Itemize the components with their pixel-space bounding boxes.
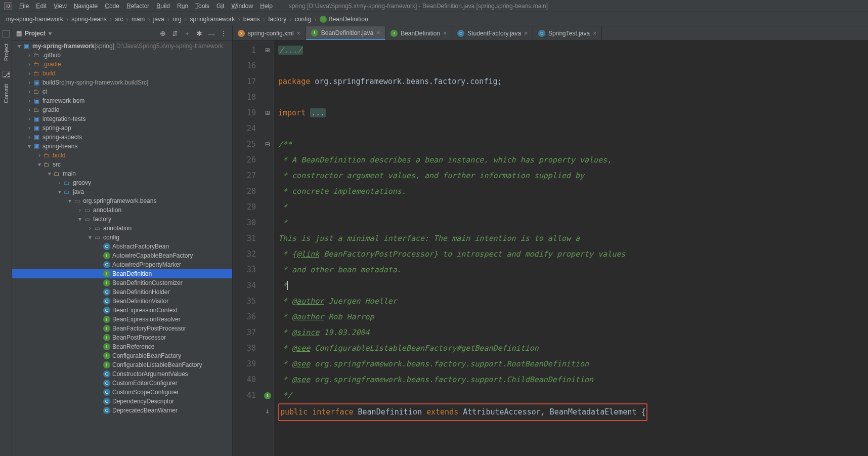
menu-view[interactable]: View (51, 2, 70, 11)
impl-icon[interactable]: I (264, 392, 271, 399)
tree-file[interactable]: IAutowireCapableBeanFactory (12, 251, 232, 260)
package-icon: ▭ (73, 197, 81, 204)
interface-icon: I (103, 252, 110, 259)
tree-file[interactable]: CCustomScopeConfigurer (12, 388, 232, 397)
menu-edit[interactable]: Edit (33, 2, 50, 11)
code-editor[interactable]: 1161718192425262728293031323334353637383… (233, 40, 868, 456)
menu-help[interactable]: Help (257, 2, 276, 11)
tree-file[interactable]: IBeanFactoryPostProcessor (12, 324, 232, 333)
project-tool-tab[interactable]: Project (2, 39, 10, 65)
project-tree[interactable]: ▾▣my-spring-framework [spring]D:\Java\Sp… (12, 40, 232, 456)
commit-tool-tab[interactable]: Commit (2, 80, 10, 107)
tree-file[interactable]: CBeanDefinitionVisitor (12, 297, 232, 306)
crumb[interactable]: src (114, 16, 124, 23)
crumb[interactable]: my-spring-framework (5, 16, 64, 23)
tree-item[interactable]: ▾▭org.springframework.beans (12, 196, 232, 205)
menu-code[interactable]: Code (102, 2, 122, 11)
package-icon: ▭ (93, 225, 101, 232)
crumb[interactable]: spring-beans (70, 16, 107, 23)
tree-item[interactable]: ›🗀gradle (12, 105, 232, 114)
tree-file[interactable]: IBeanDefinitionCustomizer (12, 278, 232, 287)
class-icon: C (103, 261, 110, 268)
tree-item[interactable]: ▾🗀main (12, 169, 232, 178)
menu-build[interactable]: Build (153, 2, 173, 11)
tree-file[interactable]: IBeanReference (12, 342, 232, 351)
more-icon[interactable]: ⋮ (219, 29, 228, 38)
crumb[interactable]: main (131, 16, 146, 23)
tree-file[interactable]: IBeanPostProcessor (12, 333, 232, 342)
tree-file[interactable]: IBeanExpressionResolver (12, 315, 232, 324)
close-icon[interactable]: × (524, 30, 528, 37)
tree-item[interactable]: ›▣buildSrc [my-spring-framework.buildSrc… (12, 78, 232, 87)
close-icon[interactable]: × (297, 30, 300, 37)
close-icon[interactable]: × (593, 30, 596, 37)
tree-item[interactable]: ›▣spring-aop (12, 123, 232, 133)
module-icon: ▣ (32, 125, 40, 132)
settings-icon[interactable]: ✱ (195, 29, 204, 38)
close-icon[interactable]: × (376, 29, 380, 36)
menu-window[interactable]: Window (228, 2, 256, 11)
tree-item[interactable]: ▾🗀java (12, 187, 232, 196)
tree-item[interactable]: ▾▭config (12, 233, 232, 242)
class-icon: C (103, 398, 110, 405)
tree-item[interactable]: ›🗀ci (12, 87, 232, 96)
crumb[interactable]: factory (267, 16, 287, 23)
editor-area: xspring-config.xml×IBeanDefinition.java×… (233, 26, 868, 456)
tree-item[interactable]: ›▣integration-tests (12, 114, 232, 123)
tree-file[interactable]: CBeanExpressionContext (12, 306, 232, 315)
tree-item[interactable]: ›🗀build (12, 69, 232, 78)
menu-run[interactable]: Run (174, 2, 191, 11)
project-tool-icon[interactable] (3, 30, 10, 37)
menu-file[interactable]: File (16, 2, 32, 11)
tree-item[interactable]: ▾▭factory (12, 215, 232, 224)
interface-icon: I (103, 361, 110, 368)
tree-file[interactable]: IConfigurableBeanFactory (12, 351, 232, 360)
tree-item[interactable]: ›🗀.gradle (12, 60, 232, 69)
tree-item[interactable]: ›▭annotation (12, 205, 232, 215)
tree-file[interactable]: CConstructorArgumentValues (12, 369, 232, 379)
crumb[interactable]: config (294, 16, 312, 23)
close-icon[interactable]: × (443, 30, 447, 37)
editor-tab[interactable]: IBeanDefinition× (385, 26, 452, 40)
tree-item[interactable]: ›▣framework-bom (12, 96, 232, 105)
code-content[interactable]: /.../ package org.springframework.beans.… (274, 40, 868, 456)
menu-tools[interactable]: Tools (192, 2, 212, 11)
tree-item[interactable]: ▾▣spring-beans (12, 142, 232, 151)
tree-item[interactable]: ▾🗀src (12, 160, 232, 169)
expand-icon[interactable]: ⇵ (170, 29, 180, 38)
class-icon: C (103, 407, 110, 414)
tree-item[interactable]: ›🗀groovy (12, 178, 232, 187)
module-icon: ▣ (32, 79, 40, 86)
crumb[interactable]: IBeanDefinition (319, 16, 369, 23)
collapse-icon[interactable]: ÷ (183, 29, 192, 38)
editor-tab[interactable]: CStudentFactory.java× (452, 26, 533, 40)
locate-icon[interactable]: ⊕ (158, 29, 167, 38)
folder-icon: 🗀 (32, 70, 40, 77)
tree-file[interactable]: IBeanDefinition (12, 269, 232, 278)
tree-file[interactable]: CCustomEditorConfigurer (12, 379, 232, 388)
tree-file[interactable]: CDependencyDescriptor (12, 397, 232, 406)
tree-file[interactable]: IConfigurableListableBeanFactory (12, 360, 232, 369)
tree-root[interactable]: ▾▣my-spring-framework [spring]D:\Java\Sp… (12, 42, 232, 51)
tree-item[interactable]: ›▭annotation (12, 224, 232, 233)
menu-git[interactable]: Git (213, 2, 227, 11)
crumb[interactable]: beans (242, 16, 261, 23)
crumb[interactable]: springframework (189, 16, 236, 23)
tree-file[interactable]: CDeprecatedBeanWarner (12, 406, 232, 415)
editor-tab[interactable]: CSpringTest.java× (533, 26, 602, 40)
hide-icon[interactable]: — (207, 29, 216, 38)
tree-file[interactable]: CBeanDefinitionHolder (12, 287, 232, 297)
crumb[interactable]: java (152, 16, 165, 23)
tree-file[interactable]: CAutowiredPropertyMarker (12, 260, 232, 269)
commit-tool-icon[interactable]: ⎇ (3, 71, 10, 78)
tree-item[interactable]: ›🗀.github (12, 51, 232, 60)
editor-tab[interactable]: xspring-config.xml× (233, 26, 306, 40)
menu-refactor[interactable]: Refactor (123, 2, 152, 11)
tree-item[interactable]: ›🗀build (12, 151, 232, 160)
editor-tab[interactable]: IBeanDefinition.java× (306, 26, 385, 40)
menu-navigate[interactable]: Navigate (71, 2, 101, 11)
file-icon: C (538, 30, 545, 37)
tree-item[interactable]: ›▣spring-aspects (12, 133, 232, 142)
crumb[interactable]: org (171, 16, 182, 23)
tree-file[interactable]: CAbstractFactoryBean (12, 242, 232, 251)
